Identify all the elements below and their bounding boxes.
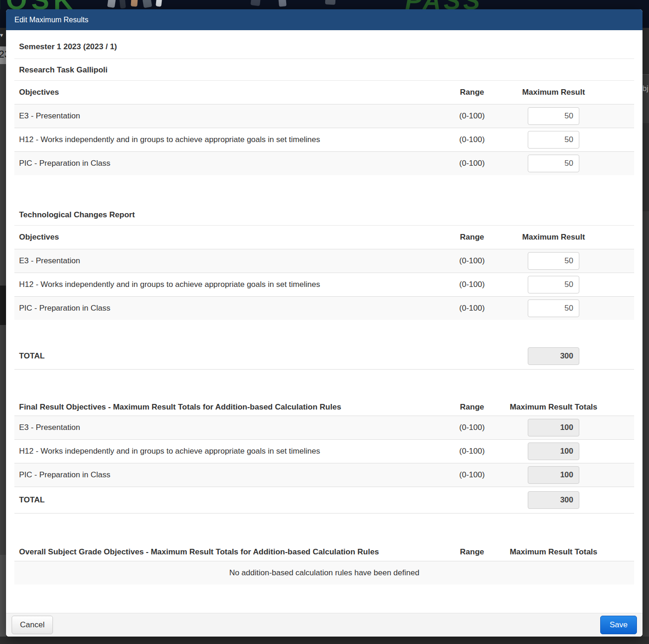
table-row: E3 - Presentation (0-100) (14, 249, 634, 273)
range-value: (0-100) (442, 302, 502, 315)
range-column-header: Range (442, 231, 502, 244)
total-label: TOTAL (14, 495, 442, 505)
dialog-header: Edit Maximum Results (6, 9, 642, 30)
final-section-header-row: Final Result Objectives - Maximum Result… (14, 398, 634, 416)
range-column-header: Range (442, 86, 502, 99)
table-row: PIC - Preparation in Class (0-100) (14, 296, 634, 320)
max-result-total-input (528, 419, 579, 436)
objective-label: H12 - Works independently and in groups … (14, 442, 442, 460)
table-row: PIC - Preparation in Class (0-100) (14, 151, 634, 175)
final-total-row: TOTAL (14, 487, 634, 514)
range-value: (0-100) (442, 133, 502, 146)
table-row: H12 - Works independently and in groups … (14, 273, 634, 296)
objective-label: PIC - Preparation in Class (14, 155, 442, 172)
range-column-header: Range (442, 546, 502, 559)
background-text-fragment: bj (642, 85, 648, 93)
background-right-strip-segment (642, 28, 649, 75)
range-value: (0-100) (442, 445, 502, 458)
total-label: TOTAL (14, 351, 442, 361)
max-result-total-input (528, 442, 579, 460)
range-column-header: Range (442, 401, 502, 414)
table-row: H12 - Works independently and in groups … (14, 439, 634, 463)
background-bottom-strip (0, 637, 649, 644)
banner-figure (156, 0, 162, 7)
task-heading: Technological Changes Report (14, 204, 634, 226)
table-row: E3 - Presentation (0-100) (14, 104, 634, 128)
range-value: (0-100) (442, 254, 502, 267)
table-row: E3 - Presentation (0-100) (14, 416, 634, 439)
range-value: (0-100) (442, 421, 502, 434)
semester-heading: Semester 1 2023 (2023 / 1) (14, 30, 634, 59)
table-header-row: Objectives Range Maximum Result (14, 226, 634, 249)
objective-label: PIC - Preparation in Class (14, 299, 442, 317)
banner-figure (131, 0, 138, 7)
range-value: (0-100) (442, 468, 502, 481)
max-result-input[interactable] (528, 299, 579, 317)
objective-label: H12 - Works independently and in groups … (14, 131, 442, 149)
background-right-strip-segment (642, 123, 649, 211)
dialog-body: Semester 1 2023 (2023 / 1) Research Task… (6, 30, 642, 613)
total-value-input (528, 491, 579, 509)
range-value: (0-100) (442, 157, 502, 170)
range-value: (0-100) (442, 110, 502, 123)
banner-figure (278, 0, 287, 7)
objective-label: E3 - Presentation (14, 107, 442, 125)
max-result-column-header: Maximum Result (528, 231, 579, 244)
dialog-title: Edit Maximum Results (14, 16, 88, 24)
final-section-heading: Final Result Objectives - Maximum Result… (14, 398, 442, 416)
max-result-totals-column-header: Maximum Result Totals (528, 401, 579, 414)
total-value-input (528, 347, 579, 365)
banner-figure (325, 0, 336, 5)
cancel-button[interactable]: Cancel (12, 616, 53, 634)
chevron-down-icon: ▾ (0, 32, 3, 39)
background-number-fragment: 23 (0, 48, 6, 60)
objective-label: PIC - Preparation in Class (14, 466, 442, 484)
objective-label: H12 - Works independently and in groups … (14, 276, 442, 293)
empty-rules-message: No addition-based calculation rules have… (14, 561, 634, 585)
background-left-strip: ▾ 23 (0, 28, 6, 637)
background-left-strip-segment (0, 555, 6, 637)
banner-figure (143, 0, 152, 8)
range-value: (0-100) (442, 278, 502, 291)
background-right-strip: bj (642, 28, 649, 637)
max-result-input[interactable] (528, 131, 579, 149)
max-result-totals-column-header: Maximum Result Totals (528, 546, 579, 559)
task-heading: Research Task Gallipoli (14, 59, 634, 81)
objective-label: E3 - Presentation (14, 419, 442, 436)
objectives-column-header: Objectives (14, 84, 442, 101)
edit-maximum-results-dialog: Edit Maximum Results Semester 1 2023 (20… (6, 9, 642, 637)
table-row: H12 - Works independently and in groups … (14, 128, 634, 151)
max-result-input[interactable] (528, 155, 579, 172)
table-row: PIC - Preparation in Class (0-100) (14, 463, 634, 487)
background-left-strip-segment (0, 286, 6, 325)
table-header-row: Objectives Range Maximum Result (14, 81, 634, 104)
overall-section-header-row: Overall Subject Grade Objectives - Maxim… (14, 543, 634, 561)
total-row: TOTAL (14, 343, 634, 370)
max-result-column-header: Maximum Result (528, 86, 579, 99)
overall-section-heading: Overall Subject Grade Objectives - Maxim… (14, 543, 442, 560)
objective-label: E3 - Presentation (14, 252, 442, 270)
objectives-column-header: Objectives (14, 228, 442, 246)
max-result-input[interactable] (528, 252, 579, 270)
banner-figure (107, 0, 116, 8)
save-button[interactable]: Save (600, 616, 637, 634)
max-result-total-input (528, 466, 579, 484)
banner-figure (250, 0, 261, 6)
dialog-footer: Cancel Save (6, 613, 642, 637)
max-result-input[interactable] (528, 107, 579, 125)
banner-figure (119, 0, 126, 9)
max-result-input[interactable] (528, 276, 579, 293)
